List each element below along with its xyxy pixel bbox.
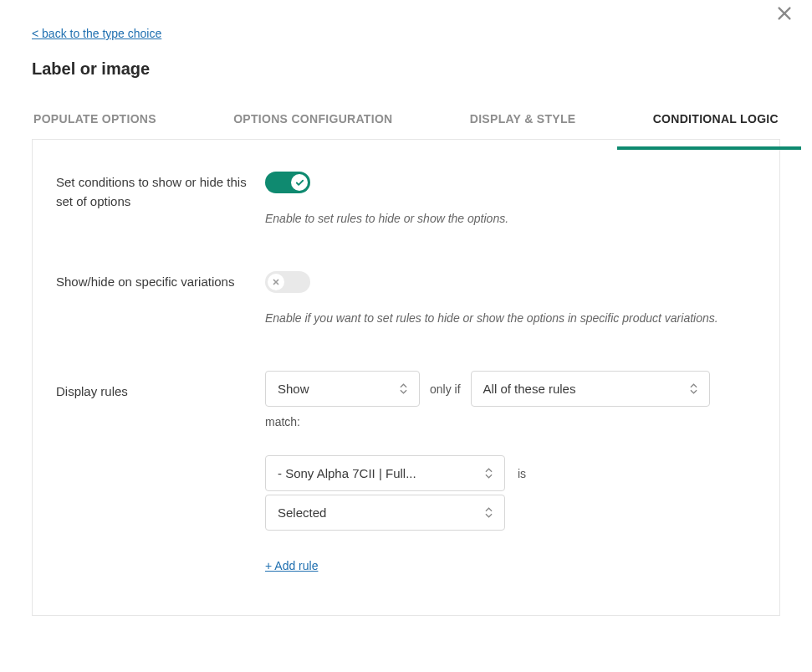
variations-hint: Enable if you want to set rules to hide … <box>265 311 756 325</box>
rule-subject-value: - Sony Alpha 7CII | Full... <box>278 466 416 480</box>
stepper-icon <box>485 468 493 479</box>
rule-state-value: Selected <box>278 505 326 520</box>
back-link[interactable]: < back to the type choice <box>32 27 161 40</box>
match-text: match: <box>265 415 756 428</box>
rule-scope-value: All of these rules <box>483 382 576 396</box>
check-icon <box>295 178 304 187</box>
conditions-toggle[interactable] <box>265 172 310 193</box>
tab-content: Set conditions to show or hide this set … <box>32 139 780 616</box>
rule-subject-select[interactable]: - Sony Alpha 7CII | Full... <box>265 455 505 491</box>
toggle-knob <box>291 174 308 191</box>
tab-options-configuration[interactable]: OPTIONS CONFIGURATION <box>232 104 394 139</box>
stepper-icon <box>690 383 697 394</box>
is-text: is <box>518 467 526 480</box>
rule-scope-select[interactable]: All of these rules <box>471 371 710 407</box>
variations-row: Show/hide on specific variations Enable … <box>56 271 756 325</box>
tab-display-style[interactable]: DISPLAY & STYLE <box>468 104 578 139</box>
only-if-text: only if <box>430 382 461 396</box>
add-rule-link[interactable]: + Add rule <box>265 559 318 572</box>
active-tab-indicator <box>617 146 801 150</box>
panel-title: Label or image <box>32 59 812 79</box>
stepper-icon <box>485 507 493 518</box>
toggle-knob <box>268 274 284 290</box>
display-rules-label: Display rules <box>56 371 248 573</box>
rule-state-select[interactable]: Selected <box>265 495 505 531</box>
x-icon <box>272 278 280 286</box>
conditions-label: Set conditions to show or hide this set … <box>56 172 248 225</box>
rule-action-select[interactable]: Show <box>265 371 420 407</box>
conditions-hint: Enable to set rules to hide or show the … <box>265 212 756 225</box>
stepper-icon <box>400 383 407 394</box>
conditions-row: Set conditions to show or hide this set … <box>56 172 756 225</box>
rules-sentence-1: Show only if All of these rules <box>265 371 756 407</box>
variations-label: Show/hide on specific variations <box>56 271 248 325</box>
close-icon <box>775 4 794 23</box>
variations-toggle[interactable] <box>265 271 310 293</box>
rule-condition: - Sony Alpha 7CII | Full... is Selected <box>265 455 756 531</box>
display-rules-row: Display rules Show only if All of these … <box>56 371 756 573</box>
tab-populate-options[interactable]: POPULATE OPTIONS <box>32 104 158 139</box>
rule-action-value: Show <box>278 382 309 396</box>
close-button[interactable] <box>775 4 794 26</box>
tabs: POPULATE OPTIONS OPTIONS CONFIGURATION D… <box>0 104 812 139</box>
tab-conditional-logic[interactable]: CONDITIONAL LOGIC <box>651 104 780 139</box>
